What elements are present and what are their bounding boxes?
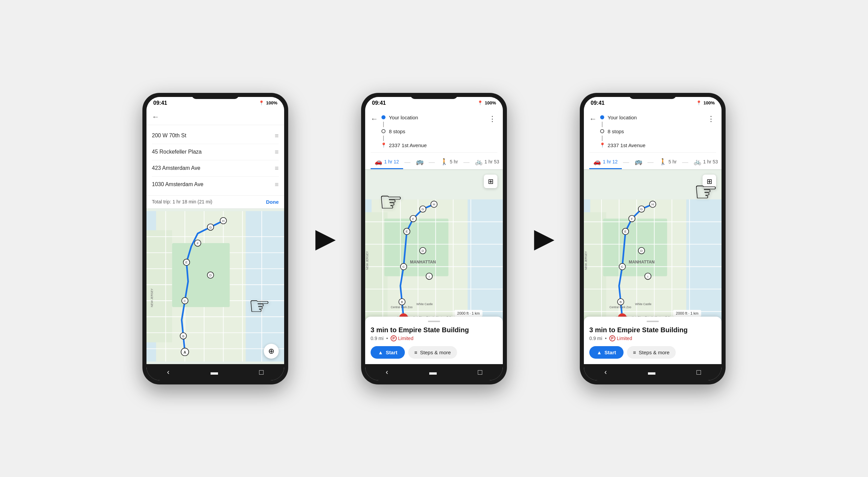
nav-back-2[interactable]: ‹ [379,365,395,379]
sep-6: — [681,159,690,166]
map-1[interactable]: A B C D E F G H [146,208,284,364]
svg-text:G: G [209,225,212,229]
sep-5: — [646,159,655,166]
done-button[interactable]: Done [266,199,279,205]
back-button-1[interactable]: ← [152,113,159,121]
svg-text:B: B [182,334,184,338]
svg-text:B: B [619,300,622,304]
bike-label-2: 1 hr 53 [485,159,499,164]
nav-recents-2[interactable]: □ [471,365,489,379]
stop-item-2: 45 Rockefeller Plaza ≡ [152,144,279,160]
nav-home-2[interactable]: ▬ [422,365,443,379]
route-stops-3: Your location 8 stops 📍 2337 1st Avenue [600,113,706,150]
status-icons-1: 📍 100% [259,100,277,105]
transport-tabs-3: 🚗 1 hr 12 — 🚌 — 🚶 5 hr — 🚲 1 [589,152,716,169]
route-stops-row-3: 8 stops [600,127,706,136]
route-more-button-2[interactable]: ⋮ [487,113,497,125]
svg-text:H: H [222,219,224,222]
svg-text:D: D [209,273,212,277]
svg-text:F: F [412,217,414,220]
svg-text:NEW JERSEY: NEW JERSEY [366,251,369,270]
time-1: 09:41 [153,100,167,106]
nav-back-3[interactable]: ‹ [598,365,614,379]
map-3[interactable]: A B C D E F G H [584,169,722,364]
nav-home-3[interactable]: ▬ [641,365,662,379]
layers-button-2[interactable]: ⊞ [484,175,497,188]
drag-handle-3[interactable]: ≡ [275,164,279,172]
time-2: 09:41 [372,100,386,106]
start-icon-2: ▲ [378,350,383,355]
stops-circle [381,129,386,133]
transport-tabs-2: 🚗 1 hr 12 — 🚌 — 🚶 5 hr — 🚲 1 [371,152,497,169]
phone-3: 09:41 📍 100% ← Your location [580,93,726,384]
screen-1: ← 200 W 70th St ≡ 45 Rockefeller Plaza ≡… [146,109,284,364]
bottom-nav-3: ‹ ▬ □ [584,364,722,380]
route-stops-label: 8 stops [389,128,405,134]
stop-name-3: 423 Amsterdam Ave [152,165,275,171]
steps-button-3[interactable]: ≡ Steps & more [627,346,676,359]
start-button-2[interactable]: ▲ Start [371,346,405,359]
svg-text:E: E [625,230,627,233]
stop-item-3: 423 Amsterdam Ave ≡ [152,160,279,177]
drag-handle-4[interactable]: ≡ [275,181,279,188]
location-button-1[interactable]: ⊕ [264,344,279,359]
start-button-3[interactable]: ▲ Start [589,346,624,359]
sep-1: — [403,159,412,166]
svg-text:D: D [640,249,643,253]
location-icon-2: 📍 [477,100,483,105]
route-title-2: 3 min to Empire State Building [371,326,497,334]
route-start-row-3: Your location [600,113,706,122]
route-distance-2: 0.9 mi [371,336,383,341]
svg-text:White Castle: White Castle [416,302,433,305]
start-dot [381,115,386,119]
stop-list: 200 W 70th St ≡ 45 Rockefeller Plaza ≡ 4… [146,125,284,195]
phone-2: 09:41 📍 100% ← Your location [361,93,507,384]
parking-badge-3: P Limited [609,335,632,341]
svg-text:G: G [421,207,424,211]
status-icons-3: 📍 100% [696,100,715,105]
tab-walk-2[interactable]: 🚶 5 hr [436,155,462,169]
svg-text:H: H [652,202,654,206]
route-header-3: ← Your location 8 stops 📍 [584,109,722,169]
trip-footer: Total trip: 1 hr 18 min (21 mi) Done [146,195,284,208]
svg-text:I: I [648,274,649,278]
tab-transit-3[interactable]: 🚌 [631,155,646,169]
route-header-top-2: ← Your location 8 stops 📍 [371,113,497,150]
svg-text:I: I [429,274,430,278]
nav-home-1[interactable]: ▬ [204,365,225,379]
tab-drive-2[interactable]: 🚗 1 hr 12 [371,155,403,169]
steps-label-2: Steps & more [420,350,451,355]
stop-item-4: 1030 Amsterdam Ave ≡ [152,177,279,193]
route-back-2[interactable]: ← [371,115,378,123]
route-end-label-3: 2337 1st Avenue [608,142,646,148]
map-2[interactable]: A B C D E F G H [365,169,503,364]
status-icons-2: 📍 100% [477,100,496,105]
svg-text:Central Park Zoo: Central Park Zoo [391,305,413,309]
route-end-label: 2337 1st Avenue [389,142,427,148]
route-back-3[interactable]: ← [589,115,597,123]
tab-walk-3[interactable]: 🚶 5 hr [655,155,681,169]
svg-text:E: E [185,260,188,264]
walk-label-3: 5 hr [669,159,677,164]
steps-button-2[interactable]: ≡ Steps & more [408,346,457,359]
tab-bike-2[interactable]: 🚲 1 hr 53 [471,155,503,169]
svg-rect-78 [603,218,667,276]
route-more-button-3[interactable]: ⋮ [706,113,716,125]
route-start-label-3: Your location [608,115,637,120]
nav-recents-3[interactable]: □ [690,365,708,379]
route-header-top-3: ← Your location 8 stops 📍 [589,113,716,150]
tab-drive-3[interactable]: 🚗 1 hr 12 [589,155,622,169]
svg-text:B: B [401,300,403,304]
svg-rect-17 [172,243,230,307]
route-stops-2: Your location 8 stops 📍 2337 1st Avenue [381,113,487,150]
tab-bike-3[interactable]: 🚲 1 hr 53 [690,155,722,169]
phone-notch-2 [410,93,458,99]
svg-text:G: G [640,207,643,211]
nav-recents-1[interactable]: □ [252,365,270,379]
svg-text:C: C [402,265,405,269]
drag-handle-1[interactable]: ≡ [275,132,279,140]
route-start-row: Your location [381,113,487,122]
tab-transit-2[interactable]: 🚌 [412,155,428,169]
nav-back-1[interactable]: ‹ [160,365,176,379]
drag-handle-2[interactable]: ≡ [275,148,279,156]
